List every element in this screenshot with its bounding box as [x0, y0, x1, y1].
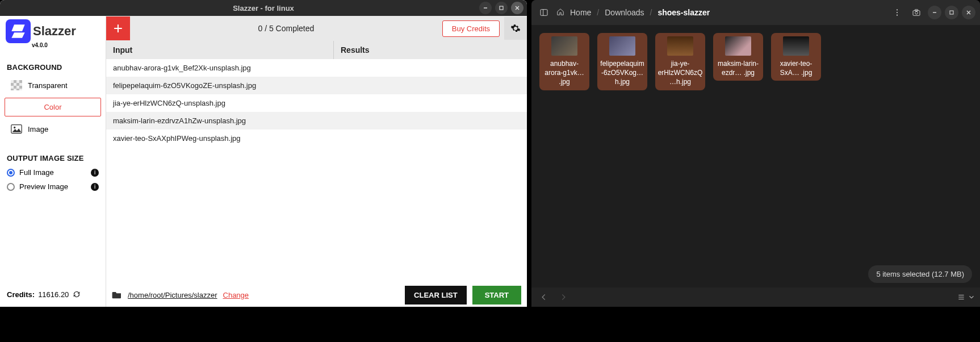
bg-option-image[interactable]: Image	[5, 119, 101, 139]
thumbnail-label: felipepelaquim-6zO5VKog…h.jpg	[600, 59, 645, 87]
breadcrumb-home[interactable]: Home	[570, 8, 591, 17]
info-icon[interactable]: i	[91, 183, 99, 191]
bg-option-label: Image	[28, 125, 48, 134]
fm-minimize-button[interactable]	[928, 6, 941, 19]
file-thumbnail[interactable]: felipepelaquim-6zO5VKog…h.jpg	[597, 33, 647, 90]
slazzer-window-title: Slazzer - for linux	[233, 4, 294, 12]
bg-option-color[interactable]: Color	[5, 98, 101, 116]
chevron-down-icon	[968, 293, 975, 301]
thumbnail-image	[667, 36, 693, 56]
slazzer-sidebar: Slazzer v4.0.0 BACKGROUND Transparent Co…	[0, 16, 106, 307]
column-input-header: Input	[106, 41, 333, 59]
output-path[interactable]: /home/root/Pictures/slazzer	[128, 291, 217, 299]
thumbnail-label: jia-ye-erHlzWCN6zQ…h.jpg	[657, 59, 703, 87]
settings-button[interactable]	[504, 17, 527, 40]
thumbnail-image	[725, 36, 751, 56]
file-row[interactable]: maksim-larin-ezdrvzA1hZw-unsplash.jpg	[106, 112, 527, 130]
svg-marker-4	[11, 24, 24, 31]
breadcrumb-downloads[interactable]: Downloads	[605, 8, 644, 17]
maximize-button[interactable]	[495, 2, 508, 14]
file-thumbnail[interactable]: jia-ye-erHlzWCN6zQ…h.jpg	[655, 33, 705, 90]
folder-icon	[112, 291, 122, 299]
svg-rect-8	[541, 10, 547, 16]
view-selector[interactable]	[957, 293, 975, 301]
fm-topbar: Home / Downloads / shoes-slazzer	[531, 0, 980, 25]
breadcrumb-current[interactable]: shoes-slazzer	[657, 8, 710, 17]
svg-rect-17	[950, 11, 953, 14]
slazzer-logo-icon	[6, 19, 31, 43]
fm-maximize-button[interactable]	[945, 6, 958, 19]
menu-button[interactable]	[889, 5, 905, 20]
svg-point-10	[897, 9, 898, 10]
file-thumbnail[interactable]: anubhav-arora-g1vk… .jpg	[539, 33, 589, 90]
slazzer-bottom-bar: /home/root/Pictures/slazzer Change CLEAR…	[106, 283, 527, 307]
bg-option-transparent[interactable]: Transparent	[5, 75, 101, 95]
buy-credits-button[interactable]: Buy Credits	[442, 20, 500, 37]
nav-back-button[interactable]	[536, 289, 552, 305]
fm-bottom-bar	[531, 287, 980, 307]
svg-point-7	[14, 127, 15, 128]
progress-text: 0 / 5 Completed	[130, 24, 442, 33]
fm-body: anubhav-arora-g1vk… .jpg felipepelaquim-…	[531, 25, 980, 287]
svg-point-12	[897, 15, 898, 16]
info-icon[interactable]: i	[91, 169, 99, 177]
list-view-icon	[957, 293, 965, 301]
background-section-title: BACKGROUND	[0, 48, 106, 75]
thumbnail-image	[783, 36, 809, 56]
svg-rect-1	[500, 6, 503, 10]
svg-marker-5	[11, 32, 24, 37]
clear-list-button[interactable]: CLEAR LIST	[405, 286, 467, 305]
thumbnail-image	[551, 36, 577, 56]
fm-status-bar: 5 items selected (12.7 MB)	[868, 265, 972, 283]
file-thumbnail[interactable]: maksim-larin-ezdr… .jpg	[713, 33, 763, 81]
thumbnail-image	[609, 36, 635, 56]
home-icon	[556, 8, 564, 18]
credits-display: Credits: 11616.20	[0, 282, 106, 307]
file-row[interactable]: anubhav-arora-g1vk_Bef2Xk-unsplash.jpg	[106, 59, 527, 77]
size-option-preview[interactable]: Preview Image i	[7, 182, 99, 191]
file-row[interactable]: felipepelaquim-6zO5VKogoZE-unsplash.jpg	[106, 77, 527, 94]
breadcrumb: Home / Downloads / shoes-slazzer	[556, 8, 885, 18]
radio-icon	[7, 183, 15, 191]
sidebar-toggle-button[interactable]	[536, 5, 552, 20]
slazzer-logo: Slazzer	[0, 18, 106, 44]
radio-icon	[7, 169, 15, 177]
thumbnail-label: anubhav-arora-g1vk… .jpg	[542, 59, 587, 87]
size-option-label: Full Image	[19, 168, 54, 177]
file-list: anubhav-arora-g1vk_Bef2Xk-unsplash.jpg f…	[106, 59, 527, 283]
file-row[interactable]: jia-ye-erHlzWCN6zQ-unsplash.jpg	[106, 94, 527, 112]
start-button[interactable]: START	[472, 286, 521, 305]
add-files-button[interactable]: +	[106, 16, 130, 40]
bg-option-label: Transparent	[28, 81, 68, 90]
close-button[interactable]	[511, 2, 523, 14]
file-manager-window: Home / Downloads / shoes-slazzer anubhav…	[531, 0, 980, 307]
gear-icon	[510, 23, 521, 34]
nav-forward-button[interactable]	[555, 289, 571, 305]
refresh-icon[interactable]	[72, 290, 81, 299]
file-thumbnail[interactable]: xavier-teo-SxA… .jpg	[771, 33, 821, 81]
slazzer-topbar: + 0 / 5 Completed Buy Credits	[106, 16, 527, 41]
transparent-icon	[11, 80, 22, 90]
columns-header: Input Results	[106, 41, 527, 59]
credits-value: 11616.20	[38, 290, 69, 299]
output-size-title: OUTPUT IMAGE SIZE	[0, 139, 106, 166]
change-path-link[interactable]: Change	[223, 291, 249, 299]
size-option-full[interactable]: Full Image i	[7, 168, 99, 177]
slazzer-window-controls	[479, 2, 523, 14]
file-row[interactable]: xavier-teo-SxAXphIPWeg-unsplash.jpg	[106, 130, 527, 147]
minimize-button[interactable]	[479, 2, 492, 14]
thumbnail-label: xavier-teo-SxA… .jpg	[773, 59, 819, 77]
camera-button[interactable]	[908, 5, 924, 20]
slazzer-version: v4.0.0	[0, 42, 106, 48]
credits-label: Credits:	[7, 290, 35, 299]
slazzer-logo-text: Slazzer	[33, 24, 76, 39]
svg-point-11	[897, 12, 898, 13]
thumbnail-label: maksim-larin-ezdr… .jpg	[715, 59, 761, 77]
breadcrumb-separator: /	[650, 8, 652, 17]
slazzer-main: + 0 / 5 Completed Buy Credits Input Resu…	[106, 16, 527, 307]
size-option-label: Preview Image	[19, 182, 68, 191]
slazzer-window: Slazzer - for linux Slazzer v4.0.0 BACKG…	[0, 0, 527, 307]
svg-point-14	[915, 11, 918, 14]
svg-rect-15	[915, 10, 918, 11]
fm-close-button[interactable]	[962, 6, 975, 19]
